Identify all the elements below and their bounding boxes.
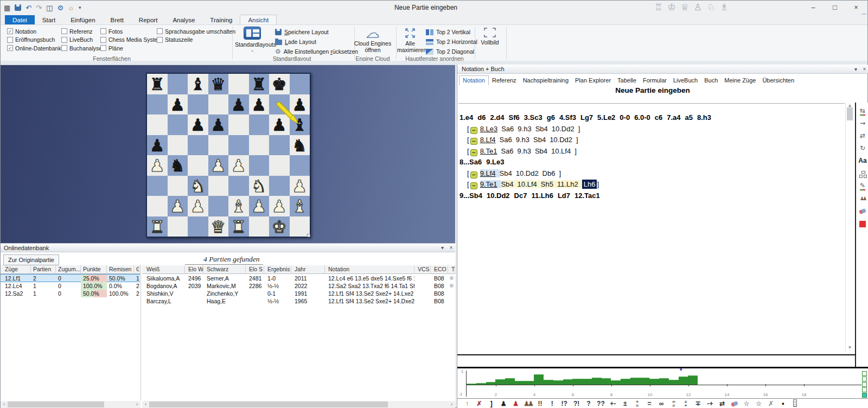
checkbox-box[interactable]: ✓ (7, 28, 13, 34)
table-cell[interactable]: 12.Lc4 (3, 282, 31, 290)
move-8Lf4[interactable]: 8.Lf4 (480, 136, 496, 144)
checkbox-box[interactable] (157, 28, 163, 34)
table-cell[interactable]: 2022 (292, 282, 325, 290)
checkbox-sprachausgabe-umschalten[interactable]: Sprachausgabe umschalten (157, 28, 235, 35)
table-cell[interactable]: 0 (56, 290, 81, 297)
maximize-button[interactable]: □ (831, 3, 839, 12)
table-cell[interactable]: B08 (432, 275, 448, 282)
move-d6[interactable]: d6 (477, 113, 486, 122)
table-cell[interactable]: 20 (134, 290, 139, 297)
zur-originalpartie-button[interactable]: Zur Originalpartie (3, 254, 59, 265)
column-header[interactable]: Schwarz (205, 265, 246, 274)
move-11Lh2[interactable]: 11.Lh2 (557, 180, 578, 188)
square-a6[interactable] (147, 114, 168, 135)
move-Sa6[interactable]: Sa6 (501, 125, 514, 133)
table-cell[interactable]: 50.0% (81, 290, 107, 297)
variation-tree-icon[interactable] (856, 169, 868, 179)
move-Db6[interactable]: Db6 (542, 169, 556, 177)
collapse-variation-icon[interactable]: − (470, 127, 477, 134)
white-pawn-h3[interactable]: ♟ (290, 176, 310, 196)
black-pawn-a5[interactable]: ♟ (147, 135, 168, 156)
column-header[interactable]: Weiß (144, 265, 185, 274)
square-b5[interactable] (168, 135, 188, 156)
move-Sb4[interactable]: Sb4 (500, 169, 512, 177)
square-b1[interactable] (168, 216, 188, 237)
tab-übersichten[interactable]: Übersichten (759, 76, 797, 86)
notation-scrollbar[interactable]: ▲▼ (845, 103, 853, 351)
move-00[interactable]: 0-0 (620, 113, 630, 122)
ribbon-tab-training[interactable]: Training (202, 15, 240, 25)
black-queen-d8[interactable]: ♛ (208, 74, 229, 94)
black-rook-f8[interactable]: ♜ (249, 74, 270, 94)
move-9h3[interactable]: 9.h3 (518, 125, 531, 133)
move-Sa6[interactable]: Sa6 (501, 147, 513, 155)
collapse-variation-icon[interactable]: − (470, 171, 477, 178)
players-icon[interactable]: ♟♟ (522, 399, 533, 408)
square-c5[interactable] (188, 135, 208, 156)
vollbild-button[interactable]: Vollbild (476, 27, 504, 60)
table-cell[interactable]: 50.0% (107, 275, 134, 282)
table-cell[interactable]: 0-1 (265, 290, 291, 297)
black-pawn-g6[interactable]: ♟ (269, 114, 290, 135)
white-pawn-c2[interactable]: ♟ (188, 196, 208, 216)
tab-meine-züge[interactable]: Meine Züge (721, 76, 759, 86)
ribbon-tab-brett[interactable]: Brett (103, 15, 131, 25)
move-12Tac1[interactable]: 12.Tac1 (575, 192, 600, 200)
checkbox-statuszeile[interactable]: Statuszeile (157, 36, 193, 43)
table-cell[interactable]: 100.0% (81, 282, 107, 290)
table-cell[interactable]: 12.Sa2 Sxa2 13.Txa2 f6 14.Ta1 Sf4 15... (326, 282, 414, 290)
checkbox-box[interactable] (7, 37, 13, 43)
move-9Sb4[interactable]: 9...Sb4 (459, 192, 482, 200)
record-square-icon[interactable] (856, 219, 868, 229)
square-e6[interactable] (228, 114, 249, 135)
white-pawn-d4[interactable]: ♟ (208, 155, 229, 176)
column-header[interactable]: Th (449, 265, 455, 274)
swap-arrows-icon[interactable]: ⇄ (856, 132, 868, 139)
move-Sb4[interactable]: Sb4 (533, 136, 546, 144)
white-pawn-f2[interactable]: ♟ (249, 196, 270, 216)
move-7a4[interactable]: 7.a4 (667, 113, 680, 122)
mistake[interactable]: ? (583, 399, 594, 408)
white-better[interactable]: ± (620, 399, 630, 408)
table-cell[interactable] (416, 290, 431, 297)
tab-formular[interactable]: Formular (640, 76, 670, 86)
table-cell[interactable]: 1991 (292, 290, 325, 297)
move-Sb4[interactable]: Sb4 (501, 180, 513, 188)
column-header[interactable]: ECO (432, 265, 448, 274)
move-Sb4[interactable]: Sb4 (535, 147, 547, 155)
collapse-icon[interactable]: ▾ (439, 244, 446, 251)
move-Sa6[interactable]: Sa6 (500, 136, 512, 144)
column-header[interactable]: Elo W (186, 265, 203, 274)
table-cell[interactable]: Barczay,L (144, 297, 185, 305)
move-5Le2[interactable]: 5.Le2 (597, 113, 615, 122)
table-cell[interactable]: Siikaluoma,A (144, 275, 185, 282)
move-8Le3[interactable]: 8.Le3 (480, 125, 498, 133)
table-cell[interactable]: 100.0% (107, 290, 134, 297)
checkbox-box[interactable] (157, 37, 163, 43)
minimize-button[interactable]: – (809, 3, 818, 12)
move-3Sc3[interactable]: 3.Sc3 (524, 113, 542, 122)
tab-nachspieltraining[interactable]: Nachspieltraining (520, 76, 572, 86)
remove-icon[interactable]: ✗ (765, 399, 776, 408)
takeback-arrows-icon[interactable]: ⇆ (856, 107, 868, 114)
checkbox-pl-ne[interactable]: Pläne (100, 44, 123, 52)
white-slightly-better[interactable]: += (632, 399, 643, 408)
white-pawn-e4[interactable]: ♟ (228, 155, 249, 176)
table-cell[interactable]: 2286 (247, 282, 264, 290)
table-cell[interactable]: 2 (31, 275, 56, 282)
checkbox-chess-media-system[interactable]: Chess Media System (100, 36, 162, 43)
annotate-pen-icon[interactable]: ✎ (856, 182, 868, 189)
black-rook-a8[interactable]: ♜ (147, 74, 168, 94)
white-queen-d1[interactable]: ♛ (208, 216, 229, 237)
redo-icon[interactable]: ↷ (36, 3, 42, 12)
table-cell[interactable]: 19 (134, 275, 139, 282)
gear-icon[interactable]: ⚙ (57, 3, 63, 12)
table-cell[interactable]: 0 (56, 282, 81, 290)
column-header[interactable]: Jahr (292, 265, 325, 274)
save-icon[interactable] (15, 4, 21, 11)
move-9h3[interactable]: 9.h3 (518, 147, 531, 155)
table-cell[interactable]: 2481 (247, 275, 264, 282)
moves-table-hscrollbar[interactable]: ‹› (1, 401, 141, 408)
column-icon[interactable] (790, 399, 801, 408)
tab-plan-explorer[interactable]: Plan Explorer (572, 76, 614, 86)
